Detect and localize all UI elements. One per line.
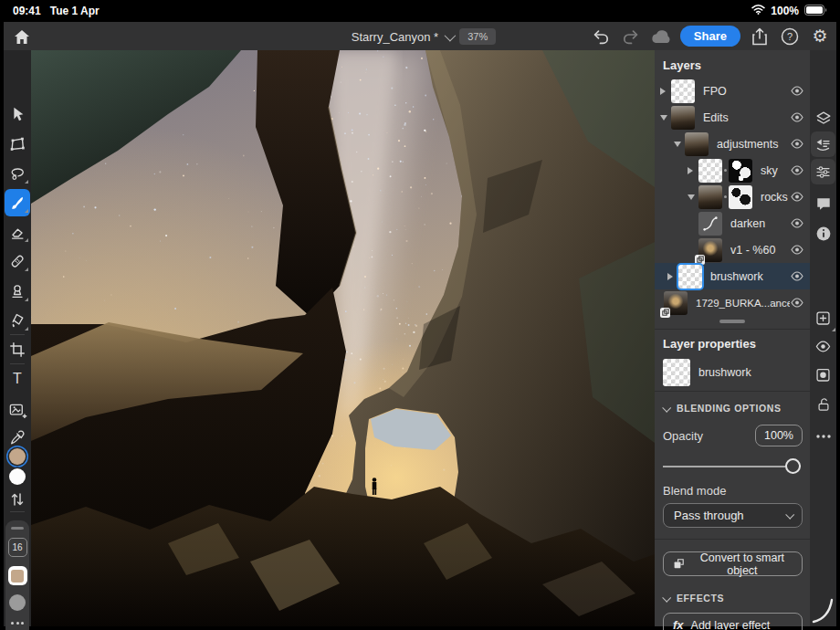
convert-to-smart-object-button[interactable]: Convert to smart object	[663, 551, 803, 576]
layer-row-1729[interactable]: 1729_BURKA...anced-NR33	[655, 289, 810, 316]
home-button[interactable]	[11, 26, 33, 47]
layer-thumbnail[interactable]	[678, 265, 702, 289]
more-tool-options-button[interactable]	[11, 622, 24, 625]
panel-resize-handle[interactable]	[655, 316, 810, 327]
layer-row-v1[interactable]: v1 - %60	[655, 236, 810, 263]
tool-bar: T 16	[4, 50, 31, 626]
fill-bucket-tool[interactable]	[6, 310, 28, 331]
healing-brush-tool[interactable]	[6, 250, 28, 272]
smart-object-thumbnail[interactable]	[698, 238, 722, 262]
expand-chevron-icon[interactable]	[667, 273, 678, 280]
eraser-tool[interactable]	[6, 221, 28, 243]
layer-thumbnail[interactable]	[685, 132, 709, 156]
clock: 09:41	[13, 5, 41, 17]
place-photo-tool[interactable]	[6, 399, 28, 421]
type-tool[interactable]: T	[6, 368, 28, 390]
settings-gear-icon[interactable]: ⚙	[809, 26, 831, 47]
layer-thumbnail[interactable]	[698, 185, 722, 209]
blending-options-section-header[interactable]: BLENDING OPTIONS	[655, 392, 810, 417]
document-title: Starry_Canyon *	[352, 30, 438, 44]
tool-options-strip: 16	[5, 520, 29, 630]
crop-tool[interactable]	[6, 339, 28, 361]
visibility-eye-icon[interactable]	[790, 298, 803, 308]
cloud-sync-icon[interactable]	[650, 26, 672, 47]
redo-button[interactable]	[620, 26, 642, 47]
pencil-gesture-indicator	[810, 594, 835, 624]
layer-mask-thumbnail[interactable]	[729, 185, 752, 209]
effects-section-header[interactable]: EFFECTS	[655, 576, 810, 607]
brush-opacity-control[interactable]	[9, 594, 26, 611]
layer-list-panel-button[interactable]	[811, 131, 835, 157]
layer-thumbnail[interactable]	[698, 159, 722, 183]
curves-adjustment-thumbnail[interactable]	[698, 212, 722, 236]
layer-row-darken[interactable]: darken	[655, 210, 810, 236]
background-color-swatch[interactable]	[9, 468, 26, 485]
visibility-eye-icon[interactable]	[790, 165, 803, 175]
blend-mode-dropdown[interactable]: Pass through	[663, 503, 803, 528]
smart-object-badge	[660, 308, 670, 318]
opacity-slider-knob[interactable]	[785, 458, 801, 474]
swap-colors-button[interactable]	[6, 488, 28, 510]
layer-row-adjustments[interactable]: adjustments	[655, 131, 810, 157]
date: Tue 1 Apr	[50, 5, 100, 17]
expand-chevron-icon[interactable]	[688, 167, 698, 174]
brush-tool[interactable]	[6, 192, 28, 214]
expand-chevron-icon[interactable]	[660, 88, 671, 95]
comments-button[interactable]	[812, 193, 835, 215]
visibility-eye-icon[interactable]	[790, 112, 803, 122]
layer-visibility-button[interactable]	[812, 335, 835, 358]
selected-layer-thumbnail[interactable]	[663, 359, 690, 386]
export-icon[interactable]	[749, 26, 771, 47]
smart-object-icon	[673, 557, 685, 571]
visibility-eye-icon[interactable]	[790, 245, 803, 255]
visibility-eye-icon[interactable]	[790, 86, 803, 96]
battery-icon	[804, 5, 827, 18]
layers-view-button[interactable]	[812, 107, 835, 130]
transform-tool[interactable]	[6, 133, 28, 155]
layer-thumbnail[interactable]	[671, 79, 695, 103]
drag-handle[interactable]	[11, 527, 24, 530]
collapse-chevron-icon[interactable]	[688, 194, 698, 200]
layer-row-rocks[interactable]: rocks	[655, 184, 810, 210]
layer-mask-thumbnail[interactable]	[729, 159, 752, 183]
more-layer-options-button[interactable]	[812, 425, 835, 447]
visibility-eye-icon[interactable]	[790, 218, 803, 228]
status-bar: 09:41 Tue 1 Apr 100%	[0, 0, 840, 22]
brush-size-field[interactable]: 16	[8, 538, 27, 557]
layer-row-brushwork-selected[interactable]: brushwork	[655, 263, 810, 289]
opacity-slider[interactable]	[663, 458, 801, 475]
adjustments-panel-button[interactable]	[811, 159, 835, 184]
lock-layer-button[interactable]	[812, 394, 835, 416]
collapse-chevron-icon[interactable]	[660, 115, 671, 121]
layer-mask-button[interactable]	[812, 363, 835, 386]
help-button[interactable]: ?	[779, 26, 801, 47]
layer-thumbnail[interactable]	[671, 106, 695, 130]
layer-row-sky[interactable]: sky	[655, 157, 810, 184]
collapse-chevron-icon[interactable]	[674, 142, 685, 147]
move-tool[interactable]	[6, 103, 28, 125]
visibility-eye-icon[interactable]	[790, 192, 803, 202]
smart-object-thumbnail[interactable]	[664, 291, 688, 315]
layer-row-edits[interactable]: Edits	[655, 104, 810, 131]
add-layer-button[interactable]	[812, 307, 835, 330]
zoom-level-chip[interactable]: 37%	[459, 28, 496, 45]
visibility-eye-icon[interactable]	[790, 139, 803, 149]
eyedropper-tool[interactable]	[6, 426, 28, 448]
brush-color-swatch[interactable]	[8, 566, 27, 585]
layer-row-fpo[interactable]: FPO	[655, 78, 810, 104]
add-layer-effect-button[interactable]: fx Add layer effect	[663, 613, 803, 630]
wifi-icon	[751, 5, 765, 17]
blend-mode-label: Blend mode	[655, 475, 810, 503]
chevron-down-icon[interactable]	[445, 29, 457, 41]
undo-button[interactable]	[590, 26, 612, 47]
opacity-value-field[interactable]: 100%	[755, 425, 803, 446]
lasso-select-tool[interactable]	[6, 163, 28, 184]
visibility-eye-icon[interactable]	[790, 271, 803, 281]
clone-stamp-tool[interactable]	[6, 280, 28, 302]
mask-link-dot	[724, 169, 727, 172]
canvas-area[interactable]	[31, 50, 655, 626]
share-button[interactable]: Share	[680, 26, 740, 47]
canvas-document[interactable]	[31, 50, 655, 626]
foreground-color-swatch[interactable]	[9, 448, 26, 465]
info-button[interactable]	[812, 222, 835, 245]
